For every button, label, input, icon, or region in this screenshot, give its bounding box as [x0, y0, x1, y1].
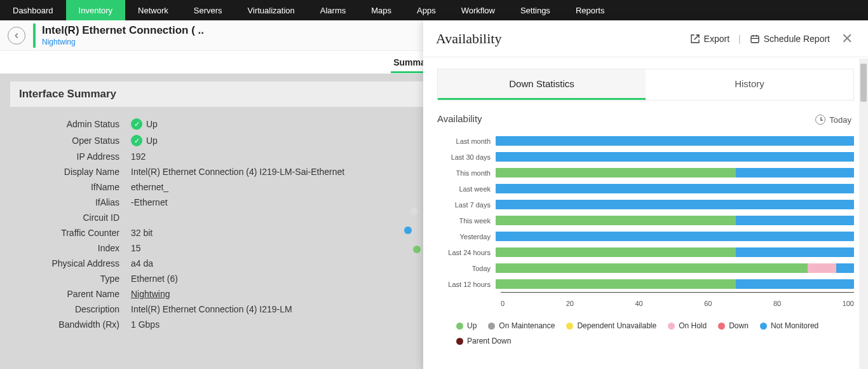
schedule-report-button[interactable]: Schedule Report — [750, 34, 830, 44]
bar-label: Last 24 hours — [437, 249, 496, 256]
bar-label: Last 12 hours — [437, 281, 496, 288]
legend-item[interactable]: On Maintenance — [488, 321, 555, 330]
chart-title: Availability — [437, 113, 854, 124]
row-label: Bandwidth (Rx) — [17, 319, 131, 330]
availability-panel: Availability Export | Schedule Report ✕ … — [423, 20, 868, 369]
bar-label: This month — [437, 169, 496, 177]
bar-track[interactable] — [496, 152, 854, 162]
legend-label: Parent Down — [467, 337, 511, 345]
time-range-label: Today — [829, 115, 851, 125]
chart-bar-row: Yesterday — [437, 228, 854, 244]
export-button[interactable]: Export — [690, 34, 729, 44]
x-tick: 60 — [704, 300, 712, 307]
legend-label: Down — [729, 321, 749, 330]
row-label: Description — [17, 304, 131, 314]
row-value: Ethernet (6) — [131, 274, 178, 284]
legend-item[interactable]: Up — [456, 321, 477, 330]
bar-track[interactable] — [496, 184, 854, 193]
x-tick: 100 — [843, 300, 854, 307]
status-accent — [33, 24, 36, 48]
panel-tabs: Down Statistics History — [437, 69, 854, 101]
x-tick: 0 — [501, 300, 505, 307]
bar-track[interactable] — [496, 216, 854, 225]
bar-track[interactable] — [496, 200, 854, 209]
page-subtitle[interactable]: Nightwing — [42, 38, 204, 46]
legend-swatch — [668, 323, 675, 330]
bar-label: Yesterday — [437, 233, 496, 240]
scrollbar-thumb[interactable] — [860, 64, 867, 102]
nav-alarms[interactable]: Alarms — [308, 0, 358, 20]
bar-label: Today — [437, 265, 496, 272]
row-label: Parent Name — [17, 289, 131, 299]
x-tick: 80 — [773, 300, 781, 307]
legend-label: On Maintenance — [499, 321, 555, 330]
x-tick: 40 — [635, 300, 642, 307]
close-icon[interactable]: ✕ — [839, 31, 855, 47]
panel-scrollbar[interactable] — [859, 59, 868, 369]
nav-network[interactable]: Network — [125, 0, 181, 20]
legend-swatch — [488, 323, 495, 330]
legend-item[interactable]: Parent Down — [456, 337, 511, 345]
chart-bar-row: Last month — [437, 133, 854, 149]
row-label: IP Address — [17, 151, 131, 162]
bar-track[interactable] — [496, 279, 854, 289]
status-up-icon: ✓ — [131, 135, 142, 146]
nav-settings[interactable]: Settings — [508, 0, 563, 20]
row-label: Oper Status — [17, 136, 131, 146]
x-tick: 20 — [566, 300, 574, 307]
row-label: IfAlias — [17, 197, 131, 207]
row-value: 15 — [131, 243, 141, 253]
nav-maps[interactable]: Maps — [358, 0, 404, 20]
row-value: -Ethernet — [131, 197, 168, 207]
legend-item[interactable]: Down — [718, 321, 749, 330]
bar-track[interactable] — [496, 263, 854, 273]
export-icon — [690, 34, 700, 44]
header-titles: Intel(R) Ethernet Connection ( .. Nightw… — [42, 24, 204, 46]
nav-reports[interactable]: Reports — [563, 0, 618, 20]
status-up-icon: ✓ — [131, 118, 142, 130]
x-axis: 020406080100 — [501, 300, 854, 307]
chart-bar-row: This month — [437, 165, 854, 181]
nav-workflow[interactable]: Workflow — [449, 0, 508, 20]
legend-label: Not Monitored — [771, 321, 818, 330]
bar-label: Last month — [437, 137, 496, 145]
bar-track[interactable] — [496, 168, 854, 178]
legend-swatch — [760, 323, 767, 330]
chart-bar-row: Today — [437, 260, 854, 276]
time-range-selector[interactable]: Today — [815, 115, 851, 125]
svg-rect-0 — [751, 36, 759, 43]
nav-apps[interactable]: Apps — [404, 0, 449, 20]
back-button[interactable] — [8, 27, 25, 45]
nav-dashboard[interactable]: Dashboard — [0, 0, 66, 20]
chart-legend: UpOn MaintenanceDependent UnavailableOn … — [437, 321, 854, 345]
row-label: Traffic Counter — [17, 228, 131, 238]
export-label: Export — [704, 34, 729, 44]
panel-body: Down Statistics History Today Availabili… — [423, 57, 868, 369]
row-value: 32 bit — [131, 228, 153, 238]
bar-track[interactable] — [496, 247, 854, 257]
row-value[interactable]: Nightwing — [131, 289, 170, 299]
clock-icon — [815, 115, 825, 125]
legend-label: On Hold — [679, 321, 707, 330]
bar-label: This week — [437, 217, 496, 225]
tab-history[interactable]: History — [646, 69, 853, 100]
tab-down-statistics[interactable]: Down Statistics — [438, 69, 646, 100]
chart-bar-row: Last week — [437, 181, 854, 197]
availability-chart: Last monthLast 30 daysThis monthLast wee… — [437, 133, 854, 292]
legend-swatch — [566, 323, 573, 330]
row-value: ✓Up — [131, 118, 158, 130]
row-value: Intel(R) Ethernet Connection (4) I219-LM… — [131, 167, 344, 177]
row-label: Physical Address — [17, 258, 131, 268]
legend-item[interactable]: On Hold — [668, 321, 707, 330]
legend-item[interactable]: Not Monitored — [760, 321, 818, 330]
row-value: a4 da — [131, 258, 153, 268]
bar-track[interactable] — [496, 136, 854, 146]
nav-virtualization[interactable]: Virtualization — [235, 0, 308, 20]
row-label: Display Name — [17, 167, 131, 177]
nav-inventory[interactable]: Inventory — [66, 0, 125, 20]
nav-servers[interactable]: Servers — [181, 0, 235, 20]
separator: | — [738, 34, 741, 44]
bar-track[interactable] — [496, 232, 854, 241]
chart-bar-row: Last 12 hours — [437, 276, 854, 292]
legend-item[interactable]: Dependent Unavailable — [566, 321, 656, 330]
